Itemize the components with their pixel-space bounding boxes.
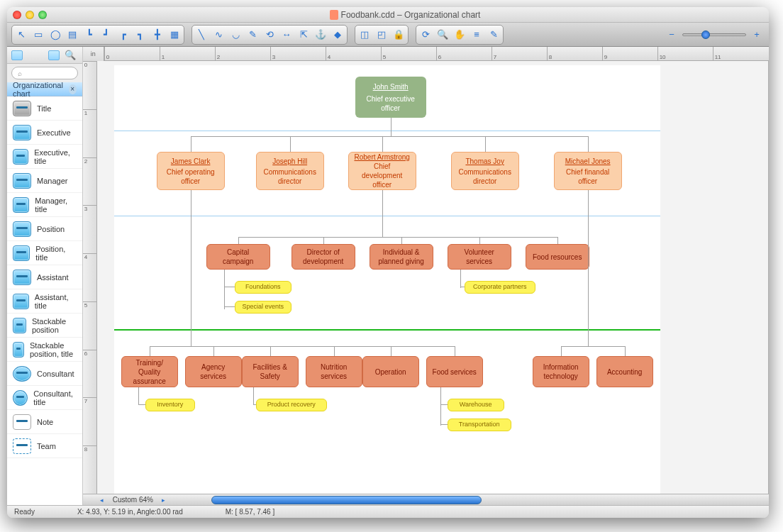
horizontal-scroll-thumb[interactable] [211,496,482,504]
org-node-dept[interactable]: Agency services [185,356,242,387]
shape-library-item[interactable]: Consultant [7,362,82,386]
shape-library-item[interactable]: Title [7,96,82,121]
shape-library-item[interactable]: Assistant, title [7,289,82,314]
org-node-dept[interactable]: Nutrition services [306,356,362,387]
close-category-button[interactable]: × [69,84,77,94]
org-node-exec[interactable]: Michael JonesChief finandal officer [554,152,622,190]
shape-category-header[interactable]: Organizational chart × [7,82,82,96]
org-node-dept[interactable]: Operation [362,356,419,387]
org-node-exec[interactable]: Joseph HillCommunications director [256,152,324,190]
org-node-leaf[interactable]: Warehouse [448,399,504,411]
tool-dimension[interactable]: ↔ [279,27,294,43]
org-node-dept[interactable]: Facilities & Safety [242,356,299,387]
horizontal-scrollbar[interactable] [169,496,737,504]
tool-select-all[interactable]: ◰ [374,27,389,43]
shape-library-item[interactable]: Assistant [7,265,82,289]
tool-curve[interactable]: ∿ [211,27,226,43]
category-label-text: Organizational chart [13,81,69,98]
shape-library-item[interactable]: Executive [7,121,82,145]
org-node-leaf[interactable]: Special events [235,301,291,314]
shape-library-item[interactable]: Position, title [7,241,82,265]
zoom-window-button[interactable] [38,11,47,19]
org-node-ceo[interactable]: John SmithChief executive officer [355,77,426,118]
tool-select-group[interactable]: ◫ [357,27,372,43]
tool-resize[interactable]: ⇱ [296,27,311,43]
zoom-out-button[interactable]: − [664,27,679,43]
tool-scribble[interactable]: ✎ [245,27,260,43]
tool-refresh[interactable]: ⟳ [418,27,433,43]
shape-library-item[interactable]: Consultant, title [7,386,82,410]
org-node-dept[interactable]: Director of development [291,244,355,270]
tool-anchor[interactable]: ⚓ [313,27,328,43]
canvas[interactable]: John SmithChief executive officerJames C… [97,61,768,494]
shape-library-item[interactable]: Team [7,434,82,458]
tool-conn-4[interactable]: ┓ [133,27,148,43]
shape-library-item[interactable]: Manager [7,169,82,193]
library-icon[interactable] [11,50,23,60]
zoom-slider-thumb[interactable] [701,31,710,39]
org-node-dept[interactable]: Volunteer services [448,244,511,270]
zoom-menu-right[interactable]: ▸ [159,496,169,504]
arc-icon: ◡ [232,29,240,40]
org-node-exec[interactable]: Thomas JoyCommunications director [451,152,519,190]
zoom-in-button[interactable]: + [749,27,765,43]
org-node-dept[interactable]: Capital campaign [206,244,270,270]
shape-library-item[interactable]: Manager, title [7,193,82,217]
org-node-dept[interactable]: Food services [426,356,483,387]
search-toggle[interactable]: 🔍 [62,48,78,63]
tool-reorder[interactable]: ⟲ [262,27,277,43]
connector-line [391,118,392,136]
org-node-dept[interactable]: Information technology [533,356,589,387]
ruler-unit-label[interactable]: in [83,47,104,61]
org-node-exec[interactable]: Robert ArmstrongChief development office… [348,152,416,190]
org-node-dept[interactable]: Food resources [526,244,589,270]
tool-lock[interactable]: 🔒 [391,27,406,43]
tool-zoom[interactable]: 🔍 [435,27,450,43]
shape-library-item[interactable]: Stackable position [7,314,82,338]
shape-preview-icon [13,438,31,454]
tool-rect[interactable]: ▭ [30,27,46,43]
minimize-window-button[interactable] [26,11,34,19]
org-node-leaf[interactable]: Corporate partners [465,281,535,294]
tool-conn-1[interactable]: ┗ [82,27,97,43]
plus-icon: + [754,29,760,40]
vertical-ruler[interactable]: 012345678 [83,61,97,494]
org-node-dept[interactable]: Training/ Quality assurance [121,356,178,387]
tool-conn-5[interactable]: ╋ [150,27,165,43]
shape-library-item[interactable]: Note [7,410,82,434]
zoom-level-label[interactable]: Custom 64% [107,496,159,504]
tool-table[interactable]: ▤ [65,27,80,43]
org-node-leaf[interactable]: Foundations [235,281,291,294]
tool-node[interactable]: ◆ [330,27,345,43]
tool-snap[interactable]: ≡ [469,27,484,43]
tool-conn-2[interactable]: ┛ [99,27,114,43]
vertical-scrollbar[interactable] [768,61,769,494]
close-window-button[interactable] [13,11,21,19]
tool-hand[interactable]: ✋ [452,27,467,43]
connector-line [191,136,588,137]
org-node-dept[interactable]: Individual & planned giving [370,244,433,270]
tool-oval[interactable]: ◯ [48,27,63,43]
tool-conn-3[interactable]: ┏ [116,27,131,43]
grid-view-icon[interactable] [48,50,60,60]
shape-library-item[interactable]: Executive, title [7,145,82,169]
tool-newshape[interactable]: ▦ [167,27,182,43]
tool-arc[interactable]: ◡ [228,27,243,43]
drawing-page[interactable]: John SmithChief executive officerJames C… [114,65,660,494]
tool-line[interactable]: ╲ [194,27,209,43]
org-node-leaf[interactable]: Product recovery [256,399,327,411]
org-node-leaf[interactable]: Transportation [448,419,511,431]
org-node-exec[interactable]: James ClarkChief operating officer [157,152,225,190]
shape-library-item[interactable]: Stackable position, title [7,338,82,362]
tool-select[interactable]: ↖ [13,27,29,43]
org-node-leaf[interactable]: Inventory [145,399,195,411]
horizontal-ruler[interactable]: 01234567891011 [104,47,768,61]
scribble-icon: ✎ [249,29,257,40]
connector-line [561,346,625,347]
org-node-dept[interactable]: Accounting [596,356,653,387]
tool-eyedropper[interactable]: ✎ [486,27,501,43]
shape-search-input[interactable]: ⌕ [11,67,78,79]
zoom-menu-left[interactable]: ◂ [97,496,107,504]
shape-library-item[interactable]: Position [7,217,82,241]
zoom-slider[interactable] [682,33,746,36]
